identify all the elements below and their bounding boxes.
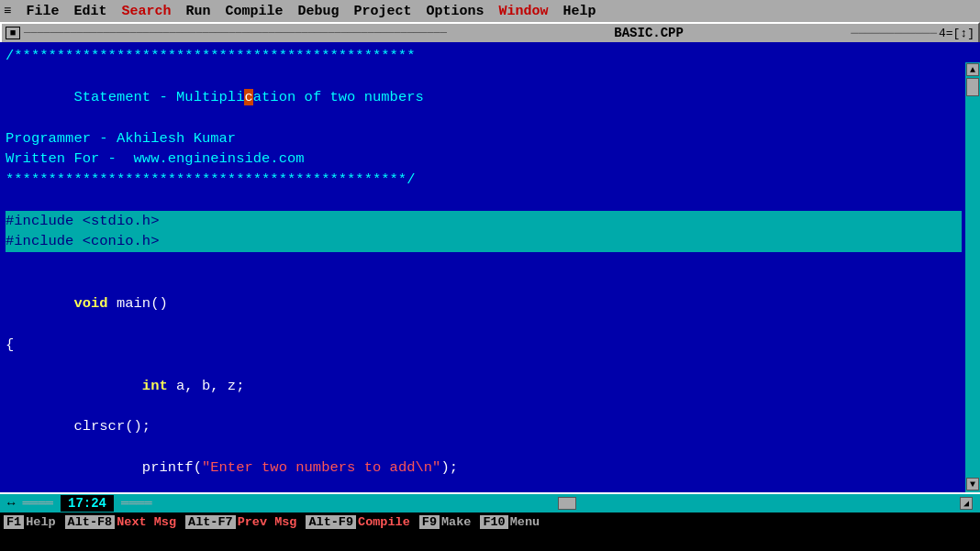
fkey-alt-f9-label: Compile bbox=[358, 515, 410, 529]
window-title: BASIC.CPP bbox=[447, 26, 851, 40]
funcbar: F1 Help Alt-F8 Next Msg Alt-F7 Prev Msg … bbox=[0, 512, 980, 531]
fkey-f1-label: Help bbox=[26, 515, 55, 529]
code-include2: #include <conio.h> bbox=[6, 231, 962, 251]
menu-debug[interactable]: Debug bbox=[290, 2, 346, 21]
fkey-alt-f8[interactable]: Alt-F8 bbox=[65, 515, 116, 529]
window-titlebar-left: ■ ──────────────────────────────────────… bbox=[6, 27, 447, 39]
status-scrollbar-track[interactable] bbox=[160, 497, 956, 510]
fkey-alt-f8-label: Next Msg bbox=[117, 515, 176, 529]
window-titlebar: ■ ──────────────────────────────────────… bbox=[0, 22, 980, 42]
scroll-thumb[interactable] bbox=[966, 78, 979, 96]
window-close-button[interactable]: ■ bbox=[6, 27, 20, 39]
menu-compile[interactable]: Compile bbox=[217, 2, 290, 21]
code-statement-text: Statement - Multipli bbox=[73, 89, 244, 105]
menubar: ≡ File Edit Search Run Compile Debug Pro… bbox=[0, 0, 980, 22]
scroll-up-icon: ▲ bbox=[970, 65, 975, 75]
code-statement: Statement - Multiplication of two number… bbox=[6, 66, 962, 127]
printf1-str: "Enter two numbers to add\n" bbox=[202, 459, 440, 476]
window-num-label: 4=[↕] bbox=[939, 27, 974, 40]
menu-edit[interactable]: Edit bbox=[66, 2, 114, 21]
resize-corner[interactable]: ◢ bbox=[960, 497, 973, 510]
code-void-main: void main() bbox=[6, 272, 962, 334]
code-include1: #include <stdio.h> bbox=[6, 211, 962, 231]
fkey-alt-f7-label: Prev Msg bbox=[238, 515, 297, 529]
fkey-f10-label: Menu bbox=[510, 515, 540, 529]
menu-options[interactable]: Options bbox=[419, 2, 492, 21]
status-left-arrow: ↔ bbox=[7, 496, 15, 511]
menu-project[interactable]: Project bbox=[347, 2, 419, 21]
code-blank2 bbox=[6, 252, 962, 272]
keyword-int: int bbox=[142, 378, 168, 394]
editor-container: ■ ──────────────────────────────────────… bbox=[0, 22, 980, 512]
code-comment-stars2: ****************************************… bbox=[6, 170, 962, 190]
code-programmer: Programmer - Akhilesh Kumar bbox=[6, 128, 962, 149]
cursor: c bbox=[244, 89, 252, 105]
fkey-f10[interactable]: F10 bbox=[480, 515, 507, 529]
code-printf1: printf("Enter two numbers to add\n"); bbox=[6, 437, 962, 492]
fkey-alt-f7[interactable]: Alt-F7 bbox=[185, 515, 236, 529]
code-blank1 bbox=[6, 190, 962, 210]
window-close-icon: ■ bbox=[10, 28, 17, 39]
menu-file[interactable]: File bbox=[18, 2, 66, 21]
fkey-f9-label: Make bbox=[441, 515, 471, 529]
scrollbar-right[interactable]: ▲ ▼ bbox=[965, 62, 980, 492]
fkey-alt-f9[interactable]: Alt-F9 bbox=[306, 515, 356, 529]
resize-icon: ◢ bbox=[963, 498, 969, 509]
code-statement-rest: ation of two numbers bbox=[253, 89, 424, 105]
code-int-decl: int a, b, z; bbox=[6, 355, 962, 416]
keyword-void: void bbox=[73, 295, 107, 312]
printf1-prefix: printf( bbox=[73, 459, 202, 476]
scroll-down-button[interactable]: ▼ bbox=[966, 478, 979, 490]
code-int-vars: a, b, z; bbox=[168, 378, 245, 394]
main-wrapper: ≡ File Edit Search Run Compile Debug Pro… bbox=[0, 0, 980, 551]
status-scrollbar-thumb[interactable] bbox=[558, 497, 576, 510]
fkey-f9[interactable]: F9 bbox=[419, 515, 440, 529]
fkey-f1[interactable]: F1 bbox=[4, 515, 24, 529]
statusbar: ↔ ════ 17:24 ════ ◢ bbox=[0, 492, 980, 512]
menu-help[interactable]: Help bbox=[556, 2, 604, 21]
code-clrscr: clrscr(); bbox=[6, 416, 962, 436]
menu-search[interactable]: Search bbox=[114, 2, 178, 21]
scroll-down-icon: ▼ bbox=[970, 479, 975, 490]
status-line-col: 17:24 bbox=[61, 495, 114, 512]
code-written-for: Written For - www.engineinside.com bbox=[6, 149, 962, 169]
scroll-up-button[interactable]: ▲ bbox=[966, 63, 979, 76]
code-comment-stars1: /***************************************… bbox=[6, 46, 962, 66]
code-main-text: main() bbox=[108, 295, 168, 312]
printf1-end: ); bbox=[440, 459, 458, 476]
code-open-brace: { bbox=[6, 335, 962, 355]
code-area[interactable]: /***************************************… bbox=[0, 42, 980, 492]
hamburger-icon[interactable]: ≡ bbox=[4, 4, 11, 18]
menu-run[interactable]: Run bbox=[178, 2, 217, 21]
window-controls: ──────────── 4=[↕] bbox=[851, 27, 974, 40]
menu-window[interactable]: Window bbox=[492, 2, 556, 21]
code-indent1 bbox=[73, 378, 141, 394]
status-left: ↔ ════ 17:24 ════ bbox=[7, 495, 156, 512]
